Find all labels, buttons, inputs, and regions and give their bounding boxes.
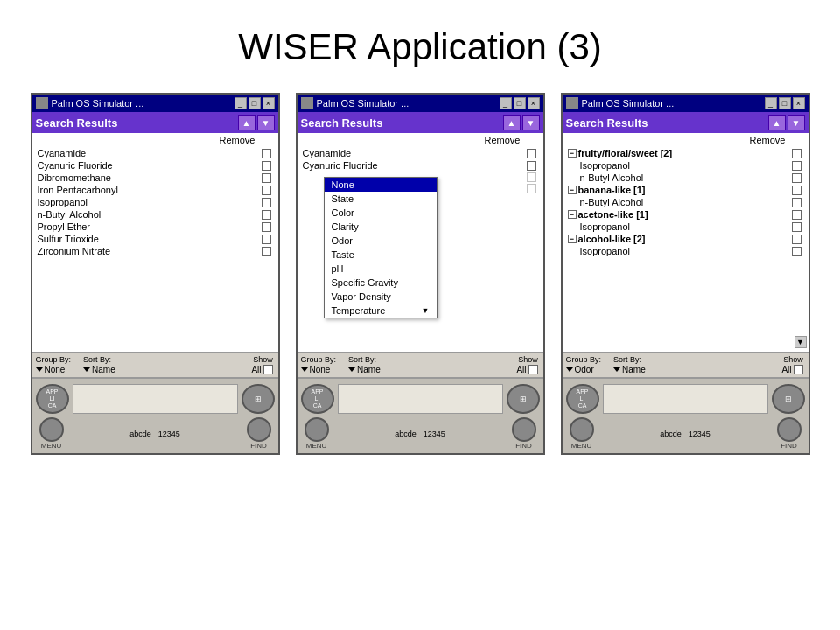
group-acetone-label: acetone-like [1] <box>578 209 648 220</box>
list-item[interactable]: n-Butyl Alcohol <box>36 208 275 220</box>
sim1-remove-label: Remove <box>32 133 278 145</box>
checkbox[interactable] <box>527 172 536 182</box>
sim2-calc-btn[interactable]: ⊞ <box>507 384 540 414</box>
checkbox[interactable] <box>792 222 802 232</box>
dropdown-item-ph[interactable]: pH <box>325 262 437 276</box>
sim2-group-by-dropdown-menu[interactable]: None State Color Clarity Odor Taste pH S… <box>324 177 438 318</box>
checkbox[interactable] <box>262 247 271 256</box>
checkbox[interactable] <box>792 186 802 195</box>
list-item[interactable]: Zirconium Nitrate <box>36 245 275 257</box>
checkbox[interactable] <box>792 173 802 183</box>
dropdown-item-specific-gravity[interactable]: Specific Gravity <box>325 276 437 290</box>
sim1-show-checkbox[interactable] <box>263 365 273 374</box>
sim2-show-checkbox[interactable] <box>528 365 538 374</box>
sim2-nav-down[interactable]: ▼ <box>522 115 540 130</box>
checkbox[interactable] <box>262 222 271 232</box>
list-item[interactable]: Isopropanol <box>566 245 805 257</box>
sim1-apps-btn[interactable]: APPLICA <box>36 384 69 414</box>
list-item[interactable]: Cyanuric Fluoride <box>301 159 540 172</box>
list-item[interactable]: Dibromomethane <box>36 172 275 184</box>
checkbox[interactable] <box>527 161 536 171</box>
checkbox[interactable] <box>792 210 802 220</box>
collapse-alcohol-btn[interactable]: − <box>568 234 577 243</box>
sim1-maximize-btn[interactable]: □ <box>248 97 261 109</box>
checkbox[interactable] <box>792 198 802 207</box>
sim3-minimize-btn[interactable]: _ <box>765 97 777 109</box>
list-item[interactable]: Isopropanol <box>566 159 805 172</box>
sim2-nav-up[interactable]: ▲ <box>503 115 521 130</box>
sim3-find-btn[interactable] <box>777 417 802 442</box>
dropdown-item-state[interactable]: State <box>325 192 437 206</box>
sim2-group-by-dropdown[interactable]: None <box>301 365 337 374</box>
sim2-find-btn[interactable] <box>512 417 536 442</box>
list-item[interactable]: Cyanuric Fluoride <box>36 159 275 172</box>
sim1-menu-btn[interactable] <box>39 417 64 442</box>
checkbox[interactable] <box>262 198 271 207</box>
sim2-menu-btn[interactable] <box>304 417 329 442</box>
sim1-close-btn[interactable]: × <box>262 97 275 109</box>
sim1-graffiti-area[interactable] <box>73 384 238 414</box>
group-header-fruity: − fruity/floral/sweet [2] <box>566 147 805 159</box>
list-item[interactable]: Propyl Ether <box>36 220 275 233</box>
checkbox[interactable] <box>527 184 536 193</box>
dropdown-item-vapor-density[interactable]: Vapor Density <box>325 290 437 304</box>
sim3-graffiti-area[interactable] <box>603 384 768 414</box>
sim1-group-by-dropdown[interactable]: None <box>36 365 72 374</box>
sim2-close-btn[interactable]: × <box>528 97 540 109</box>
sim2-header-label: Search Results <box>301 116 383 130</box>
dropdown-item-odor[interactable]: Odor <box>325 234 437 248</box>
list-item[interactable]: Isopropanol <box>566 220 805 233</box>
group-header-alcohol: − alcohol-like [2] <box>566 233 805 245</box>
scroll-down-arrow[interactable]: ▼ <box>794 336 807 348</box>
sim3-calc-btn[interactable]: ⊞ <box>772 384 805 414</box>
sim3-sort-by-value: Name <box>622 365 646 374</box>
list-item[interactable]: Cyanamide <box>301 147 540 159</box>
sim3-nav-down[interactable]: ▼ <box>788 115 805 130</box>
sim1-nav-down[interactable]: ▼ <box>257 115 275 130</box>
sim3-nav-up[interactable]: ▲ <box>768 115 786 130</box>
sim3-maximize-btn[interactable]: □ <box>779 97 791 109</box>
sim2-apps-btn[interactable]: APPLICA <box>301 384 334 414</box>
sim3-sort-by: Sort By: Name <box>613 355 646 374</box>
sim3-menu-btn[interactable] <box>570 417 594 442</box>
sim2-graffiti-area[interactable] <box>338 384 503 414</box>
collapse-banana-btn[interactable]: − <box>568 186 577 194</box>
dropdown-item-none[interactable]: None <box>325 178 437 192</box>
sim3-group-by-dropdown[interactable]: Odor <box>566 365 602 374</box>
sim1-find-btn[interactable] <box>247 417 271 442</box>
sim1-sort-by-dropdown[interactable]: Name <box>83 365 116 374</box>
dropdown-item-temperature[interactable]: Temperature ▼ <box>325 304 437 318</box>
checkbox[interactable] <box>792 247 802 256</box>
dropdown-item-color[interactable]: Color <box>325 206 437 220</box>
checkbox[interactable] <box>527 149 536 158</box>
sim3-sort-by-dropdown[interactable]: Name <box>613 365 646 374</box>
dropdown-item-clarity[interactable]: Clarity <box>325 220 437 234</box>
list-item[interactable]: Sulfur Trioxide <box>36 233 275 245</box>
sim2-sort-by-dropdown[interactable]: Name <box>348 365 381 374</box>
checkbox[interactable] <box>792 234 802 244</box>
checkbox[interactable] <box>792 161 802 171</box>
sim3-apps-btn[interactable]: APPLICA <box>566 384 599 414</box>
sim3-show-checkbox[interactable] <box>794 365 803 374</box>
checkbox[interactable] <box>262 186 271 195</box>
sim3-close-btn[interactable]: × <box>793 97 805 109</box>
list-item[interactable]: n-Butyl Alcohol <box>566 196 805 208</box>
sim2-minimize-btn[interactable]: _ <box>500 97 512 109</box>
list-item[interactable]: n-Butyl Alcohol <box>566 172 805 184</box>
collapse-fruity-btn[interactable]: − <box>568 149 577 158</box>
checkbox[interactable] <box>262 234 271 244</box>
dropdown-item-taste[interactable]: Taste <box>325 248 437 262</box>
checkbox[interactable] <box>262 173 271 183</box>
list-item[interactable]: Cyanamide <box>36 147 275 159</box>
list-item[interactable]: Iron Pentacarbonyl <box>36 184 275 196</box>
list-item[interactable]: Isopropanol <box>36 196 275 208</box>
sim2-maximize-btn[interactable]: □ <box>514 97 526 109</box>
checkbox[interactable] <box>792 149 802 158</box>
checkbox[interactable] <box>262 149 271 158</box>
sim1-minimize-btn[interactable]: _ <box>234 97 247 109</box>
checkbox[interactable] <box>262 210 271 220</box>
sim1-calc-btn[interactable]: ⊞ <box>242 384 275 414</box>
checkbox[interactable] <box>262 161 271 171</box>
collapse-acetone-btn[interactable]: − <box>568 210 577 219</box>
sim1-nav-up[interactable]: ▲ <box>238 115 256 130</box>
